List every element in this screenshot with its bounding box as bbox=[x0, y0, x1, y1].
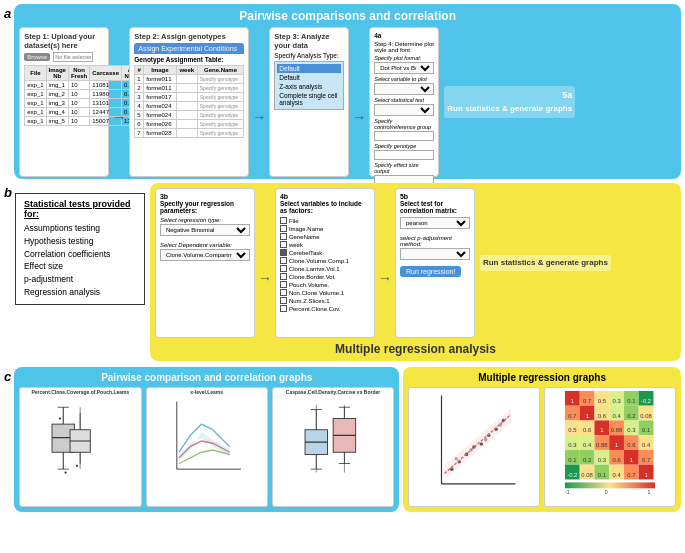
genotype-input[interactable] bbox=[374, 150, 434, 160]
step5b-title: Select test for correlation matrix: bbox=[400, 200, 470, 214]
analysis-dropdown[interactable]: Default Default Z-axis analysis Complete… bbox=[274, 61, 344, 110]
pairwise-graph-1: Percent.Clone.Coverage.of.Pouch.Leams bbox=[19, 387, 141, 507]
svg-text:0.1: 0.1 bbox=[598, 472, 606, 478]
table-row: 7forme028Specify genotype bbox=[135, 129, 244, 138]
option-singlecell[interactable]: Complete single cell analysis bbox=[277, 91, 341, 107]
checkbox-clonelarrive[interactable] bbox=[280, 265, 287, 272]
checkbox-nonclone[interactable] bbox=[280, 289, 287, 296]
step4b-title: Select variables to include as factors: bbox=[280, 200, 370, 214]
svg-text:-0.2: -0.2 bbox=[641, 398, 651, 404]
svg-text:1: 1 bbox=[648, 489, 651, 495]
plot-format-select[interactable]: Dot Plot vs Box Plot bbox=[374, 62, 434, 74]
regression-type-select[interactable]: Negative Binomial bbox=[160, 224, 250, 236]
table-row: 4forme024Specify genotype bbox=[135, 102, 244, 111]
svg-text:0.4: 0.4 bbox=[583, 442, 592, 448]
pairwise-graphs-content: Percent.Clone.Coverage.of.Pouch.Leams bbox=[19, 387, 394, 507]
cb-week[interactable]: week bbox=[280, 241, 370, 248]
step3a-box: Step 3: Analyze your data Specify Analys… bbox=[269, 27, 349, 177]
col-image: Image Nb bbox=[46, 66, 68, 81]
effect-label: Specify effect size output bbox=[374, 162, 434, 174]
run-label-6b: Run statistics & generate graphs bbox=[480, 255, 611, 271]
svg-text:0.3: 0.3 bbox=[613, 398, 622, 404]
cb-pouch[interactable]: Pouch.Volume. bbox=[280, 281, 370, 288]
run-stats-5a: 5a Run statistics & generate graphs bbox=[444, 86, 575, 117]
browse-button[interactable]: Browse bbox=[24, 53, 50, 61]
svg-text:0.6: 0.6 bbox=[627, 442, 636, 448]
cb-percent[interactable]: Percent.Clone.Cov. bbox=[280, 305, 370, 312]
checkbox-percent[interactable] bbox=[280, 305, 287, 312]
step1-title: Step 1: Upload your dataset(s) here bbox=[24, 32, 104, 50]
section-b-label: b bbox=[4, 185, 12, 200]
cb-cloneborder[interactable]: Clone.Border.Vol. bbox=[280, 273, 370, 280]
cb-clonelarrive[interactable]: Clone.Larrive.Vol.1 bbox=[280, 265, 370, 272]
checkbox-week[interactable] bbox=[280, 241, 287, 248]
gt-col-num: # bbox=[135, 66, 144, 75]
variable-select[interactable] bbox=[374, 83, 434, 95]
stats-item-effect: Effect size bbox=[24, 260, 136, 273]
cb-clone1[interactable]: Clone.Volume.Comp.1 bbox=[280, 257, 370, 264]
svg-text:0.7: 0.7 bbox=[583, 398, 591, 404]
option-default[interactable]: Default bbox=[277, 64, 341, 73]
svg-marker-47 bbox=[445, 409, 511, 480]
stat-test-select[interactable] bbox=[374, 104, 434, 116]
analysis-type-label: Specify Analysis Type: bbox=[274, 52, 344, 59]
svg-text:0.08: 0.08 bbox=[581, 472, 593, 478]
svg-text:0.2: 0.2 bbox=[627, 413, 635, 419]
step6b-area: Run statistics & generate graphs bbox=[480, 188, 611, 338]
dependent-select[interactable]: Clone.Volume.Compartment.1+ bbox=[160, 249, 250, 261]
heatmap-svg: 1 0.7 0.5 0.3 0.1 -0.2 0.7 1 0.6 0.4 0.2… bbox=[545, 388, 675, 506]
svg-point-14 bbox=[76, 465, 78, 467]
svg-text:1: 1 bbox=[600, 427, 603, 433]
regression-graph-scatter bbox=[408, 387, 540, 507]
padj-select[interactable]: BH bonferroni bbox=[400, 248, 470, 260]
svg-text:-0.2: -0.2 bbox=[567, 472, 577, 478]
checkbox-file[interactable] bbox=[280, 217, 287, 224]
option-zaxis[interactable]: Z-axis analysis bbox=[277, 82, 341, 91]
checkbox-clone1[interactable] bbox=[280, 257, 287, 264]
genotype-table-title: Genotype Assignment Table: bbox=[134, 56, 244, 63]
svg-text:0.88: 0.88 bbox=[611, 427, 623, 433]
cb-file[interactable]: File bbox=[280, 217, 370, 224]
regression-graph-heatmap: 1 0.7 0.5 0.3 0.1 -0.2 0.7 1 0.6 0.4 0.2… bbox=[544, 387, 676, 507]
cb-imagename[interactable]: Image.Name bbox=[280, 225, 370, 232]
checkbox-cloneborder[interactable] bbox=[280, 273, 287, 280]
genotype-table: # Image week Gene.Name 1forme011Specify … bbox=[134, 65, 244, 138]
svg-text:0.4: 0.4 bbox=[613, 472, 622, 478]
step2-box: Step 2: Assign genotypes Assign Experime… bbox=[129, 27, 249, 177]
svg-text:0.7: 0.7 bbox=[642, 457, 650, 463]
step2-btn-label[interactable]: Assign Experimental Conditions bbox=[134, 43, 244, 54]
svg-text:0.4: 0.4 bbox=[642, 442, 651, 448]
regression-title: Multiple regression analysis bbox=[155, 342, 676, 356]
svg-text:0.7: 0.7 bbox=[568, 413, 576, 419]
correlation-type-select[interactable]: pearson spearman bbox=[400, 217, 470, 229]
checkbox-cerebeltask[interactable] bbox=[280, 249, 287, 256]
checkbox-genename[interactable] bbox=[280, 233, 287, 240]
svg-text:0.3: 0.3 bbox=[598, 457, 607, 463]
svg-text:0.6: 0.6 bbox=[583, 427, 592, 433]
cb-nonclone[interactable]: Non.Clone.Volume.1 bbox=[280, 289, 370, 296]
checkbox-imagename[interactable] bbox=[280, 225, 287, 232]
stats-list-title: Statistical tests provided for: bbox=[24, 199, 136, 219]
section-c: c Pairwise comparison and correlation gr… bbox=[4, 367, 681, 525]
stats-item-regression: Regression analysis bbox=[24, 286, 136, 299]
genotype-label: Specify genotype bbox=[374, 143, 434, 149]
svg-text:0.7: 0.7 bbox=[627, 472, 635, 478]
file-input[interactable] bbox=[53, 52, 93, 62]
step5b-label: 5b bbox=[400, 193, 470, 200]
svg-point-12 bbox=[59, 417, 61, 419]
arrow-4b-5b: → bbox=[378, 218, 392, 338]
table-row: 2forme011Specify genotype bbox=[135, 84, 244, 93]
cb-zslices[interactable]: Num.Z.Slices.1 bbox=[280, 297, 370, 304]
cb-genename[interactable]: GeneName bbox=[280, 233, 370, 240]
cb-cerebeltask[interactable]: CerebelTask bbox=[280, 249, 370, 256]
run-regression-button[interactable]: Run regression! bbox=[400, 266, 461, 277]
option-default2[interactable]: Default bbox=[277, 73, 341, 82]
line-svg-2 bbox=[147, 396, 267, 486]
control-input[interactable] bbox=[374, 131, 434, 141]
step3b-box: 3b Specify your regression parameters: S… bbox=[155, 188, 255, 338]
pairwise-inner: Step 1: Upload your dataset(s) here Brow… bbox=[19, 27, 676, 177]
col-nonfresh: Non Fresh bbox=[68, 66, 89, 81]
graph3-label: Caspase.Cell.Density.Carcise vs Border bbox=[273, 388, 393, 396]
checkbox-pouch[interactable] bbox=[280, 281, 287, 288]
checkbox-zslices[interactable] bbox=[280, 297, 287, 304]
